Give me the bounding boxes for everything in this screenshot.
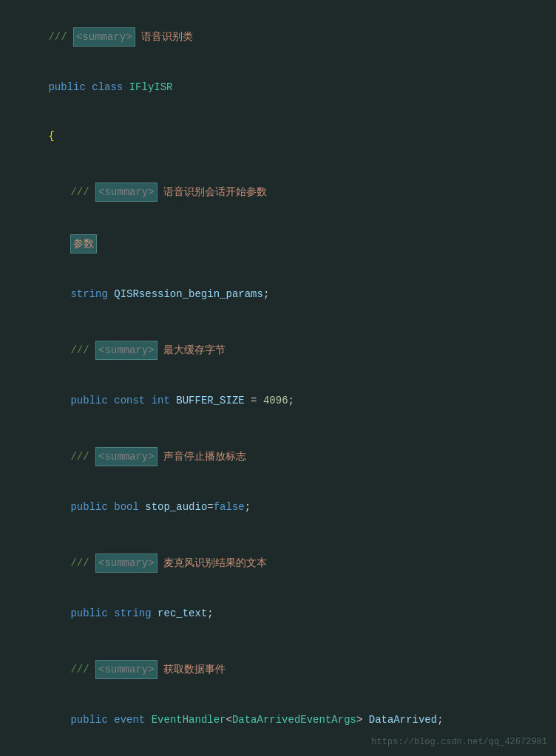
line-2: public class IFlyISR — [7, 63, 549, 112]
summary-tag-1: <summary> — [73, 27, 135, 47]
summary-tag-11: <summary> — [95, 447, 157, 466]
comment-slashes: /// — [48, 31, 73, 43]
summary-tag-8: <summary> — [95, 341, 157, 360]
summary-tag-5: <summary> — [95, 183, 157, 202]
line-comment-8: /// <summary> 最大缓存字节 — [7, 324, 549, 376]
line-comment-17: /// <summary> 获取数据事件 — [7, 644, 549, 695]
code-viewer: /// <summary> 语音识别类 public class IFlyISR… — [0, 7, 556, 756]
summary-tag-14: <summary> — [95, 554, 157, 573]
summary-text-1: 语音识别类 — [135, 31, 193, 43]
line-1: /// <summary> 语音识别类 — [7, 11, 549, 63]
line-comment-11: /// <summary> 声音停止播放标志 — [7, 431, 549, 483]
summary-text-17: 获取数据事件 — [157, 664, 226, 675]
keyword-public: public — [48, 81, 85, 93]
summary-text-14: 麦克风识别结果的文本 — [157, 557, 267, 569]
summary-text-5: 语音识别会话开始参数 — [157, 186, 267, 198]
line-comment-20: /// <summary> 播放器 — [7, 750, 549, 756]
summary-text-11: 声音停止播放标志 — [157, 451, 246, 463]
summary-tag-5b: 参数 — [70, 234, 97, 253]
line-comment-14: /// <summary> 麦克风识别结果的文本 — [7, 537, 549, 589]
summary-text-8: 最大缓存字节 — [157, 344, 226, 356]
line-3: { — [7, 112, 549, 160]
classname-iflyisr: IFlyISR — [129, 81, 173, 93]
line-code-15: public string rec_text; — [7, 589, 549, 638]
watermark: https://blog.csdn.net/qq_42672981 — [371, 737, 547, 747]
open-brace: { — [48, 130, 54, 142]
keyword-class: class — [92, 81, 123, 93]
prop-qisr: QISRsession_begin_params — [114, 288, 263, 300]
line-comment-5b: 参数 — [7, 218, 549, 270]
summary-tag-17: <summary> — [95, 660, 157, 679]
separator-4 — [7, 531, 549, 537]
line-code-9: public const int BUFFER_SIZE = 4096; — [7, 376, 549, 425]
separator-5 — [7, 638, 549, 644]
separator-2 — [7, 319, 549, 324]
line-code-12: public bool stop_audio=false; — [7, 483, 549, 531]
separator-3 — [7, 425, 549, 431]
line-code-6: string QISRsession_begin_params; — [7, 270, 549, 319]
separator-1 — [7, 160, 549, 166]
line-comment-5: /// <summary> 语音识别会话开始参数 — [7, 166, 549, 218]
